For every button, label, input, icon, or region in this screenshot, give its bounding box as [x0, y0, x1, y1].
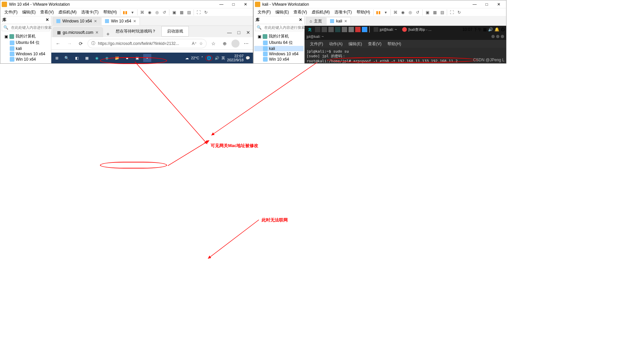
snapshot-manager-button[interactable]: ◎ — [154, 9, 160, 16]
tree-item-ubuntu[interactable]: Ubuntu 64 位 — [1, 40, 50, 46]
search-box[interactable]: 🔍 ▾ — [255, 24, 303, 31]
minimize-button[interactable]: — — [469, 0, 481, 8]
cycle-button[interactable]: ↻ — [456, 9, 463, 16]
search-button[interactable]: 🔍 — [63, 54, 71, 62]
app8-icon[interactable] — [362, 27, 367, 32]
maximize-button[interactable]: □ — [227, 0, 239, 8]
close-button[interactable]: ✕ — [239, 0, 252, 8]
app1-icon[interactable] — [315, 27, 320, 32]
sidebar-close-icon[interactable]: ✕ — [46, 17, 49, 22]
thumbnail-button[interactable]: ▤ — [439, 9, 445, 16]
menu-edit[interactable]: 编辑(E) — [20, 9, 38, 16]
snapshot-manager-button[interactable]: ◎ — [407, 9, 414, 16]
task-terminal[interactable]: jpl@kali: ~ — [372, 27, 399, 32]
launch-game-button[interactable]: 启动游戏 — [161, 26, 189, 37]
network-icon[interactable]: 🌐 — [205, 55, 213, 61]
revert-button[interactable]: ↺ — [161, 9, 168, 16]
tree-item-win10x64-2[interactable]: Win 10 x64 — [254, 57, 304, 62]
snapshot-button[interactable]: ◉ — [146, 9, 153, 16]
taskview-button[interactable]: ◧ — [73, 54, 81, 62]
tree-item-kali[interactable]: kali — [1, 46, 50, 51]
tree-item-win10x64-2[interactable]: Win 10 x64 — [1, 57, 50, 62]
fullscreen-button[interactable]: ▣ — [171, 9, 177, 16]
vm-display[interactable]: ▦go.microsoft.com✕ + — □ ✕ ← → ⟳ ⓘhttps:… — [51, 26, 253, 63]
term-menu-edit[interactable]: 编辑(E) — [346, 41, 365, 48]
term-max-icon[interactable] — [496, 35, 499, 38]
send-ctrl-alt-del-button[interactable]: ⌘ — [392, 9, 399, 16]
menu-view[interactable]: 查看(V) — [291, 9, 309, 16]
term-menu-view[interactable]: 查看(V) — [365, 41, 384, 48]
sidebar-close-icon[interactable]: ✕ — [299, 17, 302, 22]
chevron-up-icon[interactable]: ˄ — [201, 56, 203, 60]
menu-view[interactable]: 查看(V) — [38, 9, 56, 16]
app4-icon[interactable] — [335, 27, 340, 32]
thumbnail-button[interactable]: ▤ — [185, 9, 192, 16]
tree-item-win10x64[interactable]: Windows 10 x64 — [1, 51, 50, 57]
toolbar-dropdown[interactable]: ▾ — [382, 9, 389, 16]
tree-item-kali[interactable]: kali — [254, 46, 304, 51]
close-button[interactable]: ✕ — [493, 0, 505, 8]
store-taskbar-icon[interactable]: ■ — [123, 54, 131, 62]
tree-item-win10x64[interactable]: Windows 10 x64 — [254, 51, 304, 57]
stretch-button[interactable]: ⛶ — [448, 9, 455, 16]
term-min-icon[interactable] — [491, 35, 495, 38]
pause-button[interactable]: ▮▮ — [375, 9, 382, 16]
volume-icon[interactable]: 🔊 — [488, 27, 493, 32]
clock[interactable]: 22:07 2022/9/18 — [227, 54, 244, 62]
tab-kali[interactable]: kali✕ — [326, 17, 351, 25]
explorer-taskbar-icon[interactable]: 📁 — [113, 54, 121, 62]
power-icon[interactable]: ⏻ — [501, 27, 505, 32]
pause-button[interactable]: ▮▮ — [122, 9, 128, 16]
menu-tabs[interactable]: 选项卡(T) — [332, 9, 354, 16]
notifications-icon[interactable]: 💬 — [246, 56, 250, 60]
app7-icon[interactable] — [355, 27, 361, 32]
term-menu-help[interactable]: 帮助(H) — [385, 41, 404, 48]
menu-file[interactable]: 文件(F) — [2, 9, 19, 16]
task-browser[interactable]: [kali查询ip - ... — [400, 27, 433, 32]
send-ctrl-alt-del-button[interactable]: ⌘ — [139, 9, 146, 16]
menu-tabs[interactable]: 选项卡(T) — [79, 9, 100, 16]
tree-root[interactable]: ▣我的计算机 — [1, 33, 50, 40]
vmtools-taskbar-icon[interactable]: ▣ — [133, 54, 141, 62]
search-box[interactable]: 🔍 ▾ — [2, 24, 50, 31]
minimize-button[interactable]: — — [215, 0, 227, 8]
temperature[interactable]: 22°C — [191, 56, 199, 60]
panel-time[interactable]: 10:07 下午 — [463, 27, 482, 32]
kali-logo[interactable]: 龙 — [306, 27, 314, 32]
menu-file[interactable]: 文件(F) — [256, 9, 273, 16]
tab-home[interactable]: ⌂主页 — [306, 17, 326, 25]
menu-vm[interactable]: 虚拟机(M) — [310, 9, 332, 16]
cmd-taskbar-icon[interactable]: ▪ — [143, 54, 151, 62]
close-icon[interactable]: ✕ — [344, 19, 347, 23]
menu-help[interactable]: 帮助(H) — [355, 9, 372, 16]
tree-item-ubuntu[interactable]: Ubuntu 64 位 — [254, 40, 304, 46]
app6-icon[interactable] — [348, 27, 354, 32]
ime-indicator[interactable]: 英 — [221, 56, 225, 61]
edge-taskbar-icon[interactable]: ◉ — [93, 54, 101, 62]
revert-button[interactable]: ↺ — [414, 9, 421, 16]
menu-edit[interactable]: 编辑(E) — [273, 9, 291, 16]
maximize-button[interactable]: □ — [481, 0, 493, 8]
edge-taskbar-icon-2[interactable]: ◉ — [103, 54, 111, 62]
snapshot-button[interactable]: ◉ — [399, 9, 406, 16]
menu-help[interactable]: 帮助(H) — [101, 9, 119, 16]
app3-icon[interactable] — [328, 27, 334, 32]
network-icon[interactable]: ▦ — [483, 27, 487, 32]
app5-icon[interactable] — [342, 27, 347, 32]
start-button[interactable]: ⊞ — [53, 54, 61, 62]
widgets-button[interactable]: ▦ — [83, 54, 91, 62]
fullscreen-button[interactable]: ▣ — [424, 9, 431, 16]
tree-root[interactable]: ▣我的计算机 — [254, 33, 304, 40]
unity-button[interactable]: ▦ — [178, 9, 185, 16]
weather-icon[interactable]: ☁ — [185, 56, 189, 60]
menu-vm[interactable]: 虚拟机(M) — [56, 9, 78, 16]
star-icon[interactable]: ☆ — [199, 41, 203, 46]
term-close-icon[interactable] — [501, 35, 504, 38]
term-menu-actions[interactable]: 动作(A) — [326, 41, 345, 48]
bell-icon[interactable]: 🔔 — [494, 27, 499, 32]
stretch-button[interactable]: ⛶ — [195, 9, 202, 16]
volume-icon[interactable]: 🔊 — [215, 56, 219, 60]
toolbar-dropdown[interactable]: ▾ — [129, 9, 136, 16]
cycle-button[interactable]: ↻ — [203, 9, 209, 16]
app2-icon[interactable] — [322, 27, 327, 32]
